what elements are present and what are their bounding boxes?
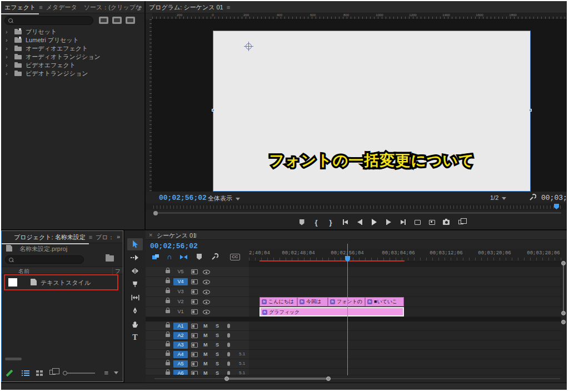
- track-select-forward-tool-button[interactable]: [127, 252, 143, 264]
- panel-menu-icon[interactable]: ≡: [193, 232, 197, 238]
- tab-project-2[interactable]: プロ：: [92, 231, 118, 243]
- video-audio-divider[interactable]: [146, 317, 561, 321]
- track-content-a4[interactable]: [249, 350, 561, 359]
- mark-in-button[interactable]: {: [313, 218, 320, 227]
- timeline-vscrollbar[interactable]: [561, 249, 566, 375]
- captions-icon[interactable]: CC: [230, 254, 240, 260]
- chevron-down-icon[interactable]: [114, 371, 118, 374]
- nest-toggle-icon[interactable]: [152, 254, 159, 260]
- source-patch-icon[interactable]: [191, 289, 198, 294]
- chevron-right-icon[interactable]: ›: [6, 61, 8, 69]
- mute-button[interactable]: M: [203, 333, 208, 338]
- type-tool-button[interactable]: T: [127, 331, 143, 344]
- scrollbar-handle-top[interactable]: [561, 261, 566, 265]
- add-marker-icon[interactable]: [197, 254, 202, 260]
- audio-scroll-handle[interactable]: [561, 320, 566, 324]
- track-target-v2[interactable]: V2: [173, 298, 188, 305]
- tab-metadata[interactable]: メタデータ: [43, 1, 81, 13]
- chevron-right-icon[interactable]: ›: [6, 53, 8, 61]
- graphic-clip[interactable]: fxこんにちは: [259, 297, 297, 306]
- icon-view-button[interactable]: [36, 370, 43, 376]
- chevron-right-icon[interactable]: ›: [6, 44, 8, 53]
- mic-icon[interactable]: [227, 352, 230, 356]
- graphic-clip-selected[interactable]: fxグラフィック: [259, 307, 404, 316]
- source-patch-icon[interactable]: [191, 333, 198, 338]
- scrollbar-thumb[interactable]: [563, 263, 564, 311]
- track-header-v2[interactable]: V2: [146, 297, 249, 307]
- timeline-hscrollbar[interactable]: [154, 376, 560, 381]
- track-header-v4[interactable]: V4: [146, 277, 249, 287]
- source-patch-icon[interactable]: [191, 352, 198, 357]
- accelerated-effects-badge-icon[interactable]: [99, 17, 108, 24]
- effects-tree-item[interactable]: ›オーディオエフェクト: [1, 44, 144, 53]
- transform-handle[interactable]: [212, 109, 214, 112]
- track-target-a4[interactable]: A4: [173, 351, 188, 358]
- go-to-in-button[interactable]: [342, 218, 348, 227]
- graphic-clip[interactable]: fxフォントの: [328, 297, 365, 306]
- add-marker-button[interactable]: [298, 218, 305, 227]
- track-target-v1[interactable]: V1: [173, 308, 188, 315]
- list-view-button[interactable]: [22, 370, 29, 376]
- source-patch-icon[interactable]: [191, 371, 198, 375]
- mute-button[interactable]: M: [203, 323, 208, 329]
- source-patch-icon[interactable]: [191, 343, 198, 348]
- mic-icon[interactable]: [227, 371, 230, 375]
- eye-icon[interactable]: [203, 310, 210, 314]
- timeline-ruler[interactable]: 2;40;04 00;02;48;04 00;02;56;04 00;03;04…: [249, 249, 561, 262]
- razor-tool-button[interactable]: [127, 278, 143, 290]
- go-to-out-button[interactable]: [400, 218, 406, 227]
- 32bit-color-badge-icon[interactable]: [112, 17, 122, 24]
- scrollbar-handle-right[interactable]: [326, 376, 331, 381]
- track-header-a5[interactable]: A5MS5.1: [146, 359, 249, 369]
- panel-overflow-icon[interactable]: »: [117, 233, 120, 240]
- settings-wrench-icon[interactable]: [529, 194, 536, 201]
- source-patch-icon[interactable]: [191, 361, 198, 366]
- scrollbar-handle-left[interactable]: [224, 376, 229, 381]
- track-header-a3[interactable]: A3MS: [146, 340, 249, 350]
- tab-source[interactable]: ソース：(クリップな: [81, 1, 144, 13]
- mic-icon[interactable]: [227, 343, 230, 347]
- solo-button[interactable]: S: [216, 361, 219, 366]
- track-content-v4[interactable]: [249, 277, 561, 287]
- track-target-v4[interactable]: V4: [173, 278, 188, 285]
- solo-button[interactable]: S: [216, 370, 219, 375]
- scrollbar-thumb[interactable]: [227, 378, 328, 380]
- new-bin-icon[interactable]: [106, 255, 114, 262]
- comparison-view-button[interactable]: [457, 218, 464, 227]
- lock-icon[interactable]: [166, 353, 170, 356]
- project-list-header[interactable]: 名前 フ: [2, 267, 123, 274]
- program-scrubber[interactable]: [146, 203, 567, 210]
- track-content-v1[interactable]: fxグラフィック: [249, 307, 561, 317]
- step-back-button[interactable]: [356, 218, 363, 227]
- playback-resolution-select[interactable]: 1/2: [490, 194, 506, 201]
- track-target-v3[interactable]: V3: [173, 288, 188, 295]
- timeline-tab-label[interactable]: シーケンス 01: [157, 232, 196, 240]
- extract-button[interactable]: [428, 218, 435, 227]
- chevron-right-icon[interactable]: ›: [6, 69, 8, 78]
- track-content-a2[interactable]: [249, 331, 561, 340]
- lock-icon[interactable]: [166, 324, 170, 328]
- tab-program[interactable]: プログラム: シーケンス 01: [146, 1, 227, 13]
- source-patch-icon[interactable]: [191, 279, 198, 284]
- mute-button[interactable]: M: [203, 342, 208, 348]
- slider-handle[interactable]: [63, 371, 67, 375]
- eye-icon[interactable]: [203, 300, 210, 304]
- program-frame[interactable]: フォントの一括変更について フォントの一括変更について: [213, 31, 531, 192]
- mic-icon[interactable]: [227, 324, 230, 328]
- fit-select[interactable]: 全体表示: [208, 194, 240, 203]
- timeline-current-timecode[interactable]: 00;02;56;02: [150, 242, 198, 250]
- slip-tool-button[interactable]: [127, 292, 143, 304]
- track-target-a2[interactable]: A2: [173, 332, 188, 339]
- track-header-a6[interactable]: A6MS5.1: [146, 369, 249, 375]
- transform-handle[interactable]: [529, 109, 532, 112]
- graphic-clip[interactable]: fx今回は: [297, 297, 328, 306]
- lock-icon[interactable]: [166, 343, 170, 346]
- project-item-row[interactable]: テキストスタイル: [2, 275, 123, 289]
- timeline-settings-wrench-icon[interactable]: [211, 253, 218, 260]
- panel-overflow-icon[interactable]: »: [138, 3, 142, 10]
- track-target-a5[interactable]: A5: [173, 360, 188, 368]
- panel-menu-icon[interactable]: ≡: [227, 4, 230, 11]
- effects-tree-item[interactable]: ›ビデオトランジション: [1, 69, 144, 78]
- solo-button[interactable]: S: [216, 351, 219, 357]
- lock-icon[interactable]: [166, 362, 170, 365]
